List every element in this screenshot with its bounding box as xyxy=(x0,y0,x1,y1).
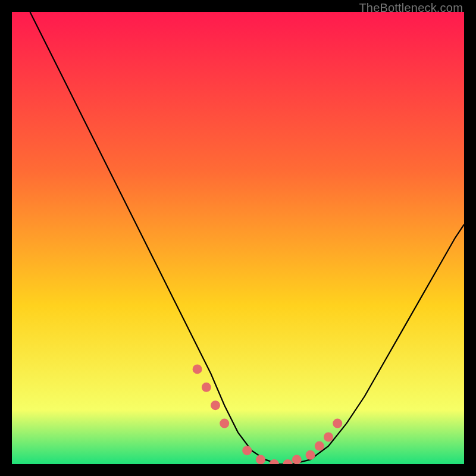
optimal-dot xyxy=(324,432,333,441)
optimal-dot xyxy=(315,441,324,451)
optimal-dot xyxy=(220,419,229,428)
optimal-dot xyxy=(333,419,342,428)
gradient-bg xyxy=(12,12,464,464)
optimal-dot xyxy=(242,446,252,455)
optimal-dot xyxy=(202,383,211,392)
optimal-dot xyxy=(211,400,220,410)
chart-svg xyxy=(12,12,464,464)
optimal-dot xyxy=(193,364,202,374)
optimal-dot xyxy=(306,450,315,460)
chart-frame xyxy=(12,12,464,464)
optimal-dot xyxy=(292,455,302,464)
watermark-text: TheBottleneck.com xyxy=(359,1,463,15)
optimal-dot xyxy=(256,455,265,464)
